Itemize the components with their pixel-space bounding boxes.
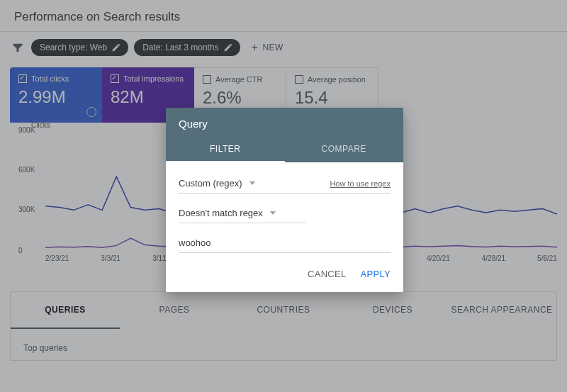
dialog-title: Query: [166, 108, 403, 137]
cancel-button[interactable]: CANCEL: [308, 269, 347, 279]
dialog-tab-compare[interactable]: COMPARE: [285, 137, 404, 162]
match-type-select[interactable]: Doesn't match regex: [179, 208, 276, 218]
query-filter-dialog: Query FILTER COMPARE Custom (regex) How …: [166, 108, 403, 292]
dialog-tab-filter[interactable]: FILTER: [166, 137, 285, 162]
regex-help-link[interactable]: How to use regex: [330, 179, 391, 188]
chevron-down-icon: [249, 181, 255, 185]
filter-type-select[interactable]: Custom (regex): [179, 178, 255, 189]
chevron-down-icon: [270, 211, 276, 215]
regex-input[interactable]: [179, 233, 391, 253]
apply-button[interactable]: APPLY: [361, 269, 391, 279]
